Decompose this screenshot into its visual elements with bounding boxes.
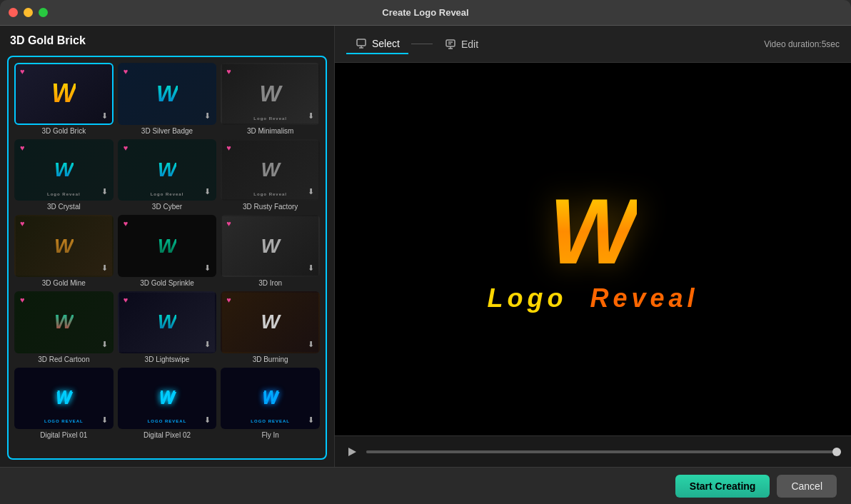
video-preview: W Logo Reveal (335, 63, 851, 435)
template-label: Fly In (261, 431, 278, 439)
progress-bar[interactable] (366, 450, 841, 453)
heart-icon: ♥ (20, 143, 25, 152)
download-icon: ⬇ (308, 340, 314, 349)
template-thumb: W LOGO REVEAL ⬇ (221, 368, 320, 430)
logo-text-part1: Logo (487, 283, 590, 313)
heart-icon: ♥ (124, 143, 129, 152)
download-icon: ⬇ (101, 187, 108, 196)
svg-marker-8 (348, 448, 356, 456)
window-controls (9, 8, 48, 17)
template-item-digital-pixel-01[interactable]: W LOGO REVEAL ⬇ Digital Pixel 01 (14, 368, 114, 440)
cancel-button[interactable]: Cancel (777, 475, 837, 498)
right-top-bar: Select Edit Video (335, 26, 851, 63)
template-thumb: ♥ ⬇ (14, 63, 114, 125)
step-connector (411, 44, 433, 44)
download-icon: ⬇ (204, 263, 211, 273)
template-label: 3D Cyber (152, 203, 182, 211)
title-bar: Create Logo Reveal (0, 0, 851, 26)
video-duration: Video duration:5sec (764, 39, 840, 49)
template-thumb: ♥ Logo Reveal ⬇ (14, 139, 114, 201)
left-panel: 3D Gold Brick ♥ ⬇ 3D Gold Brick ♥ ⬇ 3D (0, 26, 334, 467)
heart-icon: ♥ (226, 143, 231, 152)
template-item-3d-gold-brick[interactable]: ♥ ⬇ 3D Gold Brick (14, 63, 114, 135)
logo-reveal-label: Logo Reveal (47, 192, 81, 196)
templates-grid-wrapper: ♥ ⬇ 3D Gold Brick ♥ ⬇ 3D Silver Badge ♥ (7, 56, 327, 460)
template-thumb: ♥ ⬇ (221, 215, 320, 277)
preview-logo-text: Logo Reveal (487, 283, 698, 313)
download-icon: ⬇ (204, 415, 211, 425)
steps-nav: Select Edit (346, 34, 764, 54)
template-thumb: ♥ Logo Reveal ⬇ (118, 139, 217, 201)
template-item-3d-lightswipe[interactable]: ♥ ⬇ 3D Lightswipe (118, 291, 217, 363)
right-panel: Select Edit Video (334, 26, 851, 467)
template-label: 3D Iron (258, 279, 282, 287)
logo-reveal-label: Logo Reveal (253, 192, 287, 196)
templates-grid: ♥ ⬇ 3D Gold Brick ♥ ⬇ 3D Silver Badge ♥ (14, 63, 320, 439)
progress-knob[interactable] (832, 448, 841, 456)
template-thumb: W LOGO REVEAL ⬇ (118, 368, 217, 430)
step-select-label: Select (372, 38, 400, 49)
svg-rect-3 (446, 40, 455, 46)
play-button[interactable] (345, 445, 359, 459)
template-item-digital-pixel-02[interactable]: W LOGO REVEAL ⬇ Digital Pixel 02 (118, 368, 217, 440)
minimize-button[interactable] (24, 8, 33, 17)
heart-icon: ♥ (226, 219, 231, 228)
logo-reveal-label: Logo Reveal (151, 192, 184, 196)
select-icon (355, 37, 368, 50)
logo-reveal-label: LOGO REVEAL (251, 419, 290, 423)
svg-rect-0 (357, 39, 366, 46)
maximize-button[interactable] (39, 8, 48, 17)
heart-icon: ♥ (20, 67, 25, 76)
logo-reveal-label: LOGO REVEAL (44, 419, 84, 423)
template-label: 3D Gold Sprinkle (140, 279, 194, 287)
download-icon: ⬇ (308, 111, 314, 121)
logo-reveal-preview: W Logo Reveal (487, 185, 698, 313)
close-button[interactable] (9, 8, 18, 17)
template-item-3d-crystal[interactable]: ♥ Logo Reveal ⬇ 3D Crystal (14, 139, 114, 211)
heart-icon: ♥ (226, 296, 231, 304)
heart-icon: ♥ (124, 67, 129, 76)
step-edit-label: Edit (461, 39, 478, 50)
video-controls-bar (335, 435, 851, 467)
step-select[interactable]: Select (346, 34, 408, 54)
template-item-3d-gold-sprinkle[interactable]: ♥ ⬇ 3D Gold Sprinkle (118, 215, 217, 287)
template-item-3d-cyber[interactable]: ♥ Logo Reveal ⬇ 3D Cyber (118, 139, 217, 211)
template-item-3d-red-cartoon[interactable]: ♥ ⬇ 3D Red Cartoon (14, 291, 114, 363)
template-label: 3D Gold Mine (42, 279, 86, 287)
preview-logo-letter: W (549, 185, 637, 278)
template-item-3d-silver-badge[interactable]: ♥ ⬇ 3D Silver Badge (118, 63, 217, 135)
template-label: 3D Silver Badge (141, 127, 193, 135)
template-thumb: ♥ ⬇ (118, 291, 217, 353)
template-label: 3D Crystal (47, 203, 81, 211)
download-icon: ⬇ (308, 415, 314, 425)
template-item-3d-gold-mine[interactable]: ♥ ⬇ 3D Gold Mine (14, 215, 114, 287)
template-thumb: ♥ ⬇ (118, 63, 217, 125)
step-edit[interactable]: Edit (435, 35, 487, 54)
bottom-bar: Start Creating Cancel (0, 467, 851, 504)
progress-fill (366, 450, 841, 453)
download-icon: ⬇ (101, 340, 108, 349)
template-thumb: ♥ Logo Reveal ⬇ (221, 63, 320, 125)
panel-title: 3D Gold Brick (7, 33, 327, 49)
template-item-fly-in[interactable]: W LOGO REVEAL ⬇ Fly In (221, 368, 320, 440)
download-icon: ⬇ (204, 187, 211, 196)
template-label: Digital Pixel 01 (40, 431, 87, 439)
start-creating-button[interactable]: Start Creating (675, 475, 770, 498)
heart-icon: ♥ (124, 296, 129, 304)
logo-reveal-label: Logo Reveal (253, 116, 287, 121)
template-item-3d-burning[interactable]: ♥ ⬇ 3D Burning (221, 291, 320, 363)
template-item-3d-minimalism[interactable]: ♥ Logo Reveal ⬇ 3D Minimalism (221, 63, 320, 135)
template-thumb: ♥ ⬇ (14, 291, 114, 353)
template-item-3d-rusty-factory[interactable]: ♥ Logo Reveal ⬇ 3D Rusty Factory (221, 139, 320, 211)
template-label: 3D Rusty Factory (243, 203, 298, 211)
download-icon: ⬇ (101, 263, 108, 273)
download-icon: ⬇ (101, 111, 108, 121)
template-thumb: W LOGO REVEAL ⬇ (14, 368, 114, 430)
download-icon: ⬇ (308, 187, 314, 196)
template-thumb: ♥ ⬇ (14, 215, 114, 277)
template-label: 3D Lightswipe (145, 356, 190, 363)
template-label: 3D Gold Brick (41, 127, 86, 135)
heart-icon: ♥ (124, 219, 129, 228)
template-item-3d-iron[interactable]: ♥ ⬇ 3D Iron (221, 215, 320, 287)
template-thumb: ♥ Logo Reveal ⬇ (221, 139, 320, 201)
